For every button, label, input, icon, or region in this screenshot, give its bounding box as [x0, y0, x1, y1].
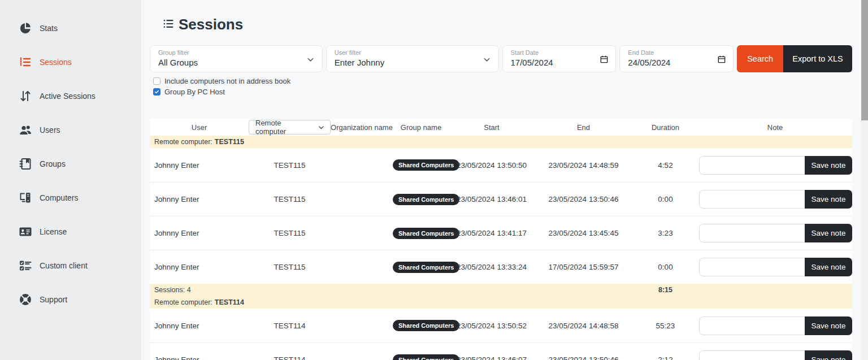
sidebar-item-license[interactable]: License — [0, 215, 141, 249]
chevron-down-icon — [306, 55, 315, 64]
cell-note: Save note — [698, 156, 852, 175]
page-title: Sessions — [163, 16, 852, 33]
sidebar-item-groups[interactable]: Groups — [0, 147, 141, 181]
cell-end: 23/05/2024 13:50:46 — [534, 355, 633, 360]
check-icon — [154, 89, 159, 94]
cell-duration: 3:23 — [633, 229, 698, 237]
checkbox-group: Include computers not in address book Gr… — [153, 76, 852, 97]
sidebar-item-label: Support — [40, 295, 67, 304]
sidebar-item-active-sessions[interactable]: Active Sessions — [0, 79, 141, 113]
note-input[interactable] — [699, 156, 805, 175]
save-note-button[interactable]: Save note — [805, 156, 852, 175]
arrows-up-down-icon — [19, 89, 32, 103]
cell-computer: TEST115 — [249, 229, 331, 237]
end-date-input[interactable]: End Date 24/05/2024 — [619, 45, 734, 72]
cell-note: Save note — [698, 258, 852, 276]
cell-start: 23/05/2024 13:46:07 — [449, 355, 534, 360]
sidebar: Stats Sessions Active Sessions Users Gro… — [0, 0, 141, 360]
cell-group-name: Shared Computers — [393, 194, 449, 205]
remote-computer-sort-select[interactable]: Remote computer — [249, 120, 331, 135]
sidebar-item-label: Computers — [40, 193, 78, 202]
save-note-button[interactable]: Save note — [805, 224, 852, 242]
column-header-group: Group name — [393, 123, 449, 132]
group-by-pc-host-checkbox-row[interactable]: Group By PC Host — [153, 86, 852, 97]
save-note-button[interactable]: Save note — [805, 350, 852, 360]
start-date-value: 17/05/2024 — [511, 58, 608, 67]
sidebar-item-stats[interactable]: Stats — [0, 11, 141, 45]
id-card-icon — [19, 225, 32, 238]
sidebar-item-users[interactable]: Users — [0, 113, 141, 147]
cell-start: 23/05/2024 13:33:24 — [449, 263, 534, 271]
cell-note: Save note — [698, 190, 852, 209]
export-xls-button[interactable]: Export to XLS — [783, 45, 852, 72]
note-input[interactable] — [699, 190, 805, 209]
note-input[interactable] — [699, 258, 805, 276]
cell-computer: TEST114 — [249, 355, 331, 360]
cell-duration: 0:00 — [633, 195, 698, 203]
sessions-count-label: Sessions: 4 — [150, 286, 449, 294]
sidebar-item-sessions[interactable]: Sessions — [0, 45, 141, 79]
user-filter-select[interactable]: User filter Enter Johnny — [326, 45, 499, 72]
calendar-icon[interactable] — [717, 55, 726, 64]
cell-computer: TEST115 — [249, 161, 331, 170]
cell-duration: 55:23 — [633, 322, 698, 330]
save-note-button[interactable]: Save note — [805, 316, 852, 335]
cell-end: 23/05/2024 13:45:45 — [534, 229, 633, 237]
sidebar-item-label: Sessions — [40, 58, 72, 67]
cell-start: 23/05/2024 13:50:52 — [449, 322, 534, 330]
group-header-row: Remote computer: TEST114 — [150, 296, 852, 309]
session-row: Johnny Enter TEST115 Shared Computers 23… — [150, 148, 852, 182]
note-input[interactable] — [699, 350, 805, 360]
save-note-button[interactable]: Save note — [805, 190, 852, 209]
group-header-prefix: Remote computer: — [154, 138, 212, 146]
cell-user: Johnny Enter — [150, 355, 249, 360]
group-header-name: TEST114 — [215, 298, 244, 306]
column-header-organization: Organization name — [331, 123, 393, 132]
cell-user: Johnny Enter — [150, 195, 249, 203]
filter-bar: Group filter All Groups User filter Ente… — [150, 45, 852, 72]
session-row: Johnny Enter TEST115 Shared Computers 23… — [150, 216, 852, 250]
cell-start: 23/05/2024 13:46:01 — [449, 195, 534, 203]
list-icon — [19, 55, 32, 69]
journal-icon — [19, 157, 32, 171]
sidebar-item-computers[interactable]: Computers — [0, 181, 141, 215]
session-row: Johnny Enter TEST114 Shared Computers 23… — [150, 342, 852, 360]
cell-group-name: Shared Computers — [393, 320, 449, 331]
calendar-icon[interactable] — [600, 55, 609, 64]
chevron-down-icon — [318, 124, 325, 131]
column-header-end: End — [534, 123, 633, 132]
chevron-down-icon — [483, 55, 491, 64]
note-input[interactable] — [699, 316, 805, 335]
sidebar-item-support[interactable]: Support — [0, 283, 141, 316]
group-header-name: TEST115 — [215, 138, 244, 146]
group-by-pc-host-checkbox[interactable] — [153, 88, 160, 96]
sessions-table: User Remote computer Organization name G… — [150, 119, 852, 360]
cell-duration: 0:00 — [633, 263, 698, 271]
scrollbar-thumb[interactable] — [861, 0, 868, 120]
sidebar-item-label: Users — [40, 125, 60, 135]
include-computers-checkbox[interactable] — [153, 77, 160, 85]
cell-computer: TEST114 — [249, 322, 331, 330]
search-button[interactable]: Search — [737, 45, 783, 72]
sidebar-item-custom-client[interactable]: Custom client — [0, 249, 141, 283]
vertical-scrollbar[interactable] — [861, 0, 868, 360]
cell-duration: 4:52 — [633, 161, 698, 170]
total-duration: 8:15 — [633, 286, 698, 294]
sidebar-item-label: Custom client — [40, 261, 88, 270]
column-header-note: Note — [698, 123, 852, 132]
main-content: Sessions Group filter All Groups User fi… — [141, 16, 868, 360]
checklist-icon — [19, 259, 32, 272]
group-filter-select[interactable]: Group filter All Groups — [150, 45, 323, 72]
cell-group-name: Shared Computers — [393, 159, 449, 171]
start-date-input[interactable]: Start Date 17/05/2024 — [502, 45, 617, 72]
note-input[interactable] — [699, 224, 805, 242]
cell-end: 23/05/2024 13:50:46 — [534, 195, 633, 203]
include-computers-checkbox-row[interactable]: Include computers not in address book — [153, 76, 852, 86]
user-filter-value: Enter Johnny — [335, 58, 491, 67]
sidebar-item-label: Groups — [40, 159, 66, 168]
group-header-prefix: Remote computer: — [154, 298, 212, 306]
save-note-button[interactable]: Save note — [805, 258, 852, 276]
column-header-user: User — [150, 123, 249, 132]
group-filter-value: All Groups — [158, 58, 314, 67]
end-date-value: 24/05/2024 — [628, 58, 725, 67]
